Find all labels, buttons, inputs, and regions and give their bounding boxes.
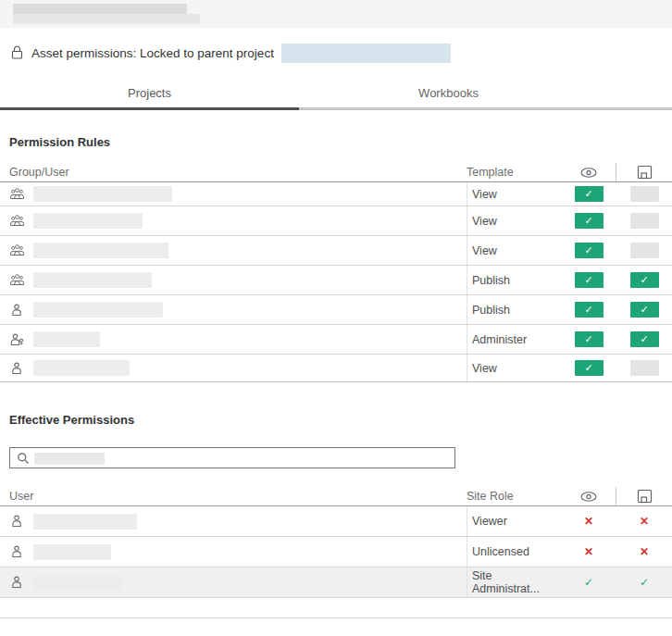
group-icon: [0, 243, 33, 258]
permissions-dialog: Asset permissions: Locked to parent proj…: [0, 0, 672, 636]
column-header-group-user: Group/User: [0, 166, 467, 179]
view-capability-badge[interactable]: ✓: [575, 213, 604, 229]
redacted-search-text: [34, 453, 105, 465]
template-value[interactable]: Administer: [467, 325, 561, 354]
redacted-grantee-name: [33, 186, 172, 202]
view-capability-badge[interactable]: ✓: [575, 186, 604, 202]
save-permission-status: ✕: [640, 515, 649, 528]
permission-rule-row[interactable]: View ✓: [0, 206, 672, 236]
view-capability-badge[interactable]: ✓: [575, 243, 604, 258]
save-capability-badge[interactable]: ✓: [630, 302, 659, 318]
save-capability-badge[interactable]: ✓: [630, 331, 659, 347]
workbook-icon: [637, 165, 653, 180]
column-header-view: [561, 163, 616, 181]
effective-permission-row[interactable]: Viewer ✕ ✕: [0, 506, 672, 537]
template-value[interactable]: View: [467, 355, 561, 381]
column-header-save: [616, 165, 672, 180]
view-capability-badge[interactable]: ✓: [575, 360, 604, 376]
asset-permissions-label: Asset permissions: Locked to parent proj…: [31, 46, 274, 60]
group-icon: [0, 214, 33, 229]
column-header-template: Template: [467, 166, 561, 179]
user-search-box[interactable]: [9, 447, 455, 468]
view-capability-badge[interactable]: ✓: [575, 272, 604, 288]
redacted-user-name: [33, 575, 122, 591]
permission-rule-row[interactable]: Publish ✓ ✓: [0, 266, 672, 295]
view-capability-badge[interactable]: ✓: [575, 331, 604, 347]
tab-projects[interactable]: Projects: [0, 80, 299, 110]
effective-permission-row[interactable]: Site Administrat... ✓ ✓: [0, 567, 672, 598]
tab-workbooks[interactable]: Workbooks: [299, 80, 598, 107]
save-capability-badge[interactable]: [630, 186, 659, 202]
asset-permissions-row: Asset permissions: Locked to parent proj…: [11, 43, 451, 63]
column-header-user: User: [0, 490, 467, 503]
view-permission-status: ✓: [584, 576, 593, 589]
site-role-value: Unlicensed: [467, 537, 561, 567]
view-permission-status: ✕: [584, 515, 593, 528]
effective-permissions-header: User Site Role: [0, 487, 672, 506]
workbook-icon: [637, 489, 653, 504]
effective-permission-row[interactable]: Unlicensed ✕ ✕: [0, 537, 672, 567]
user-key-icon: [0, 332, 33, 347]
template-value[interactable]: Publish: [467, 295, 561, 324]
lock-icon: [11, 45, 23, 60]
permission-rules-header: Group/User Template: [0, 163, 672, 182]
template-value[interactable]: View: [467, 236, 561, 265]
save-capability-badge[interactable]: ✓: [630, 272, 659, 288]
group-icon: [0, 273, 33, 288]
effective-permissions-table: User Site Role: [0, 487, 672, 598]
column-header-site-role: Site Role: [467, 490, 561, 503]
view-permission-status: ✕: [584, 545, 593, 558]
redacted-grantee-name: [33, 360, 130, 376]
save-permission-status: ✓: [640, 576, 649, 589]
search-icon: [10, 452, 30, 465]
redacted-grantee-name: [33, 331, 100, 347]
eye-icon: [579, 491, 598, 503]
site-role-value: Viewer: [467, 506, 561, 536]
template-value[interactable]: Publish: [467, 266, 561, 294]
column-header-view: [561, 487, 616, 505]
eye-icon: [579, 167, 598, 179]
redacted-parent-project-name: [281, 44, 451, 63]
user-icon: [0, 514, 33, 529]
window-titlebar: [0, 0, 672, 28]
redacted-grantee-name: [33, 213, 143, 229]
bottom-divider: [0, 617, 672, 618]
redacted-user-name: [33, 514, 137, 530]
redacted-window-title: [13, 14, 200, 24]
template-value[interactable]: View: [467, 182, 561, 206]
user-icon: [0, 303, 33, 318]
user-icon: [0, 575, 33, 590]
save-capability-badge[interactable]: [630, 213, 659, 229]
template-value[interactable]: View: [467, 206, 561, 235]
effective-permissions-title: Effective Permissions: [9, 413, 134, 427]
permission-rule-row[interactable]: View ✓: [0, 236, 672, 266]
permissions-tabbar: Projects Workbooks: [0, 80, 672, 110]
view-capability-badge[interactable]: ✓: [575, 302, 604, 318]
redacted-user-name: [33, 544, 111, 560]
redacted-window-title: [13, 4, 187, 14]
site-role-value: Site Administrat...: [467, 567, 561, 597]
permission-rule-row[interactable]: View ✓: [0, 355, 672, 382]
permission-rules-title: Permission Rules: [9, 135, 110, 149]
permission-rule-row[interactable]: View ✓: [0, 182, 672, 206]
group-icon: [0, 187, 33, 202]
save-capability-badge[interactable]: [630, 360, 659, 376]
save-capability-badge[interactable]: [630, 243, 659, 258]
user-icon: [0, 361, 33, 376]
permission-rule-row[interactable]: Administer ✓ ✓: [0, 325, 672, 355]
redacted-grantee-name: [33, 272, 152, 288]
redacted-grantee-name: [33, 243, 168, 258]
permission-rule-row[interactable]: Publish ✓ ✓: [0, 295, 672, 325]
column-header-save: [616, 489, 672, 504]
user-icon: [0, 544, 33, 559]
save-permission-status: ✕: [640, 545, 649, 558]
redacted-grantee-name: [33, 302, 163, 318]
permission-rules-table: Group/User Template: [0, 163, 672, 382]
